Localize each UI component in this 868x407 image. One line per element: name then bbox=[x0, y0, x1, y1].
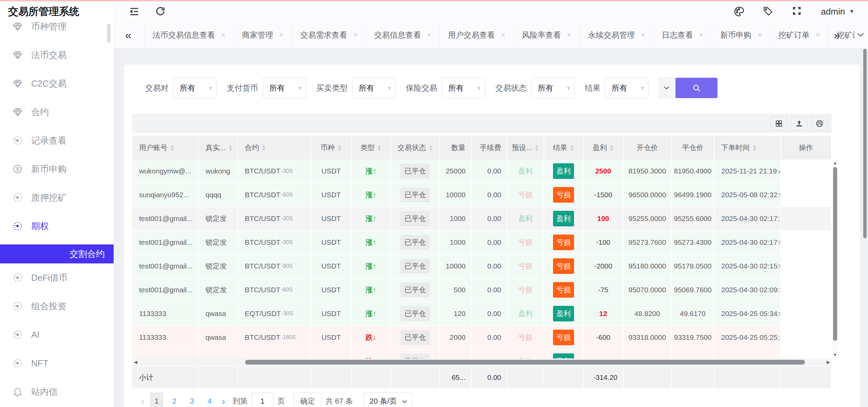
tab-close-icon[interactable]: × bbox=[641, 31, 645, 39]
tab-close-icon[interactable]: × bbox=[427, 31, 432, 39]
table-horizontal-scrollbar[interactable]: ◀ ▶ bbox=[132, 358, 832, 366]
sidebar-item-7[interactable]: 期权 bbox=[0, 212, 114, 240]
sidebar-item-13[interactable]: 站内信 bbox=[0, 377, 114, 406]
tab-4[interactable]: 用户交易查看× bbox=[439, 22, 513, 48]
tab-0[interactable]: 法币交易信息查看× bbox=[144, 22, 234, 48]
column-header-2[interactable]: 合约▲▼ bbox=[238, 136, 311, 160]
sort-icon[interactable]: ▲▼ bbox=[262, 144, 266, 151]
tabs-scroll-right-icon[interactable]: » bbox=[834, 22, 840, 48]
tab-7[interactable]: 日志查看× bbox=[653, 22, 712, 48]
table-row[interactable]: test001@gmail...锁定发BTC/USDT-90SUSDT涨↑已平仓… bbox=[132, 255, 832, 278]
sidebar-item-5[interactable]: $新币申购 bbox=[0, 155, 114, 183]
tab-3[interactable]: 交易信息查看× bbox=[366, 22, 440, 48]
search-button[interactable] bbox=[675, 78, 717, 98]
column-header-10[interactable]: 盈利▲▼ bbox=[584, 136, 624, 160]
column-header-3[interactable]: 币种▲▼ bbox=[311, 136, 352, 160]
tabs-menu-chevron-icon[interactable] bbox=[856, 31, 865, 39]
sort-icon[interactable]: ▲▼ bbox=[338, 144, 342, 151]
column-header-1[interactable]: 真实...▲▼ bbox=[199, 136, 238, 160]
filter-select-2[interactable]: 所有▼ bbox=[352, 78, 396, 98]
sort-icon[interactable]: ▲▼ bbox=[752, 144, 756, 151]
page-scrollbar[interactable] bbox=[863, 49, 867, 238]
cell-actions[interactable] bbox=[781, 326, 832, 349]
sort-icon[interactable]: ▲▼ bbox=[570, 144, 574, 151]
scroll-right-icon[interactable]: ▶ bbox=[825, 358, 832, 366]
tab-close-icon[interactable]: × bbox=[221, 31, 225, 39]
fullscreen-icon[interactable] bbox=[792, 6, 803, 17]
refresh-icon[interactable] bbox=[155, 6, 166, 17]
sort-icon[interactable]: ▲▼ bbox=[229, 144, 233, 151]
scroll-up-icon[interactable]: ▲ bbox=[832, 160, 838, 166]
table-row[interactable]: 1133333qwasaEQT/USDT-30SUSDT涨↑已平仓1200.00… bbox=[132, 302, 832, 326]
tab-2[interactable]: 交易需求查看× bbox=[292, 22, 366, 48]
sidebar-item-9[interactable]: DeFi借币 bbox=[0, 263, 114, 292]
print-button[interactable] bbox=[811, 116, 828, 131]
collapse-sidebar-icon[interactable] bbox=[129, 6, 140, 17]
page-size-select[interactable]: 20 条/页 bbox=[364, 392, 412, 407]
page-2[interactable]: 2 bbox=[167, 392, 181, 407]
sidebar-item-1[interactable]: 法币交易 bbox=[0, 41, 114, 69]
tab-8[interactable]: 新币申购× bbox=[712, 22, 770, 48]
horizontal-scroll-thumb[interactable] bbox=[245, 360, 805, 365]
page-4[interactable]: 4 bbox=[203, 392, 216, 407]
column-header-8[interactable]: 预设...▲▼ bbox=[507, 136, 544, 160]
tab-close-icon[interactable]: × bbox=[501, 31, 505, 39]
sidebar-item-6[interactable]: 质押挖矿 bbox=[0, 183, 114, 212]
next-page-icon[interactable]: › bbox=[222, 395, 225, 407]
sidebar-item-3[interactable]: 合约 bbox=[0, 98, 114, 126]
cell-actions[interactable] bbox=[781, 207, 832, 230]
sort-icon[interactable]: ▲▼ bbox=[170, 144, 174, 151]
tab-close-icon[interactable]: × bbox=[353, 31, 358, 39]
tab-10[interactable]: 挖矿记录× bbox=[828, 22, 854, 48]
tab-6[interactable]: 永续交易管理× bbox=[579, 22, 653, 48]
sort-icon[interactable]: ▲▼ bbox=[377, 144, 381, 151]
prev-page-icon[interactable]: ‹ bbox=[141, 395, 144, 407]
sidebar-subitem-8[interactable]: 交割合约 bbox=[0, 244, 114, 263]
table-row[interactable]: test001@gmail...锁定发BTC/USDT-30SUSDT涨↑已平仓… bbox=[132, 207, 832, 231]
sort-icon[interactable]: ▲▼ bbox=[429, 144, 433, 151]
column-header-4[interactable]: 类型▲▼ bbox=[352, 136, 391, 160]
column-header-9[interactable]: 结果▲▼ bbox=[544, 136, 584, 160]
sort-icon[interactable]: ▲▼ bbox=[610, 144, 614, 151]
filter-select-5[interactable]: 所有▼ bbox=[605, 78, 649, 98]
table-row[interactable]: test001@gmail...锁定发BTC/USDT-60SUSDT涨↑已平仓… bbox=[132, 278, 832, 302]
confirm-button[interactable]: 确定 bbox=[294, 392, 321, 407]
tab-9[interactable]: 挖矿订单× bbox=[770, 22, 828, 48]
table-row[interactable]: test001@gmail...锁定发BTC/USDT-30SUSDT涨↑已平仓… bbox=[132, 231, 832, 255]
filter-select-1[interactable]: 所有▼ bbox=[263, 78, 306, 98]
tabs-scroll-left-icon[interactable]: « bbox=[125, 22, 132, 48]
cell-actions[interactable] bbox=[781, 278, 832, 301]
tab-close-icon[interactable]: × bbox=[279, 31, 284, 39]
sidebar-item-2[interactable]: C2C交易 bbox=[0, 69, 114, 98]
tab-close-icon[interactable]: × bbox=[757, 31, 762, 39]
sidebar-item-11[interactable]: AI bbox=[0, 320, 114, 349]
page-1[interactable]: 1 bbox=[150, 392, 163, 407]
sidebar-scrollbar[interactable] bbox=[107, 24, 111, 43]
export-button[interactable] bbox=[791, 116, 807, 131]
goto-page-input[interactable] bbox=[252, 392, 273, 407]
sort-icon[interactable]: ▲▼ bbox=[535, 144, 539, 151]
more-filters-button[interactable] bbox=[659, 77, 674, 98]
column-header-13[interactable]: 下单时间▲▼ bbox=[714, 136, 781, 160]
scroll-left-icon[interactable]: ◀ bbox=[132, 358, 139, 366]
table-row[interactable]: 1133333BTC/USDT-30SUSDT跌↓已平仓20440.00盈利盈利… bbox=[132, 350, 832, 358]
theme-palette-icon[interactable] bbox=[733, 6, 745, 17]
vertical-scroll-thumb[interactable] bbox=[833, 167, 837, 341]
table-row[interactable]: sunqianyu952...qqqqBTC/USDT-60SUSDT涨↑已平仓… bbox=[132, 183, 832, 207]
cell-actions[interactable] bbox=[781, 183, 832, 206]
tab-close-icon[interactable]: × bbox=[699, 31, 704, 39]
filter-select-3[interactable]: 所有▼ bbox=[442, 78, 485, 98]
cell-actions[interactable] bbox=[781, 231, 832, 254]
column-header-5[interactable]: 交易状态▲▼ bbox=[391, 136, 440, 160]
tab-1[interactable]: 商家管理× bbox=[234, 22, 292, 48]
scroll-down-icon[interactable]: ▼ bbox=[832, 352, 838, 358]
filter-select-4[interactable]: 所有▼ bbox=[531, 78, 575, 98]
page-3[interactable]: 3 bbox=[185, 392, 199, 407]
user-menu[interactable]: admin ▼ bbox=[821, 6, 854, 17]
table-row[interactable]: wukongymw@...wukongBTC/USDT-30SUSDT涨↑已平仓… bbox=[132, 160, 832, 183]
table-vertical-scrollbar[interactable]: ▲ ▼ bbox=[832, 160, 838, 358]
sidebar-item-12[interactable]: NFT bbox=[0, 349, 114, 377]
cell-actions[interactable] bbox=[781, 350, 832, 358]
tab-close-icon[interactable]: × bbox=[816, 31, 820, 39]
cell-actions[interactable] bbox=[781, 255, 832, 278]
